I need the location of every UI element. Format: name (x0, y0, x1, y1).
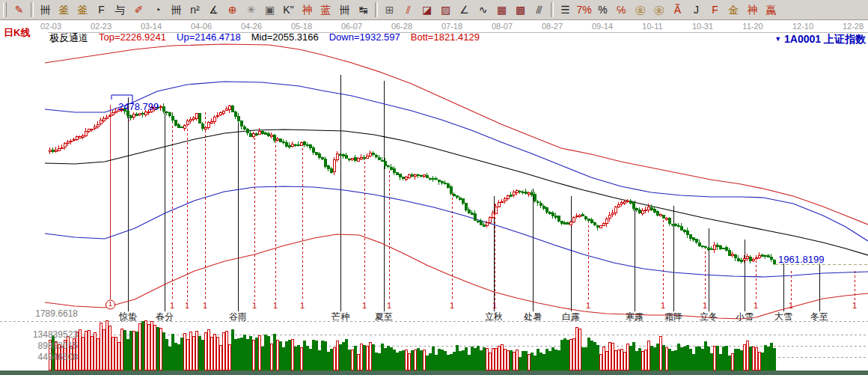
percent7-icon[interactable]: 7% (575, 1, 593, 19)
percent-icon[interactable]: % (593, 1, 612, 19)
wave-icon[interactable]: ∿ (474, 1, 492, 19)
toolbar-grip[interactable] (3, 2, 7, 17)
status-bar (0, 371, 868, 375)
hash-lines2-icon[interactable]: 卌 (167, 1, 186, 19)
wave-fit-icon[interactable]: Ã (668, 1, 687, 19)
toolbar-separator (375, 2, 378, 17)
k-quote-icon[interactable]: K" (279, 1, 298, 19)
percent-line-icon[interactable]: ℅ (612, 1, 631, 19)
crosshair-icon[interactable]: ⊕ (223, 1, 242, 19)
gann-box-icon[interactable]: ▨ (436, 1, 455, 19)
f-ruler-icon[interactable]: F (92, 1, 111, 19)
star-icon[interactable]: ✳ (242, 1, 260, 19)
trend-angle-icon[interactable]: ∠ (455, 1, 474, 19)
boxed-star-icon[interactable]: ▣ (260, 1, 279, 19)
gold-kettle2-icon[interactable]: 釜 (73, 1, 92, 19)
chart-area[interactable]: 日K线 极反通道 Top=2226.9241Up=2146.4718Mid=20… (0, 20, 868, 375)
ying-line-icon[interactable]: 蠃 (762, 1, 780, 19)
gold-line-icon[interactable]: 金 (724, 1, 743, 19)
toolbar-separator (551, 2, 554, 17)
toolbar-separator (31, 2, 34, 17)
hash-lines-icon[interactable]: 卌 (36, 1, 55, 19)
grid2-icon[interactable]: ▩ (511, 1, 530, 19)
gold-circle-icon[interactable]: ㊎ (631, 1, 650, 19)
shen-icon[interactable]: 神 (298, 1, 317, 19)
counter-icon[interactable]: 卌 (335, 1, 354, 19)
spiral-icon[interactable]: 与 (111, 1, 129, 19)
parallel-lines-icon[interactable]: ⫻ (530, 1, 548, 19)
rays-icon[interactable]: ⫽ (399, 1, 418, 19)
fan-box-icon[interactable]: ◪ (418, 1, 436, 19)
j-line-icon[interactable]: J (687, 1, 706, 19)
f-line-icon[interactable]: F (706, 1, 724, 19)
angle-measure-icon[interactable]: ∡ (204, 1, 223, 19)
scale-list-icon[interactable]: ☰ (556, 1, 575, 19)
gold-kettle-icon[interactable]: 釜 (55, 1, 73, 19)
box-tool-icon[interactable]: ⊞ (380, 1, 399, 19)
stock-chart-app: ✎卌釜釜F与✐◔卌n²∡⊕✳▣K"神蓝卌↹⊞⫽◪▨∠∿▦▩⫻☰7%%℅㊎㊎ÃJF… (0, 0, 868, 375)
pen-icon[interactable]: ✐ (129, 1, 148, 19)
shen-line-icon[interactable]: 神 (743, 1, 762, 19)
brush-tool-icon[interactable]: ✎ (10, 1, 28, 19)
clock-icon[interactable]: ◔ (148, 1, 167, 19)
gold-circle2-icon[interactable]: ㊎ (650, 1, 668, 19)
grid-icon[interactable]: ▦ (492, 1, 511, 19)
width-adjust-icon[interactable]: ↹ (354, 1, 373, 19)
toolbar: ✎卌釜釜F与✐◔卌n²∡⊕✳▣K"神蓝卌↹⊞⫽◪▨∠∿▦▩⫻☰7%%℅㊎㊎ÃJF… (0, 0, 868, 20)
kline-chart-canvas[interactable] (0, 20, 868, 375)
lan-icon[interactable]: 蓝 (317, 1, 335, 19)
n-squared-icon[interactable]: n² (186, 1, 204, 19)
